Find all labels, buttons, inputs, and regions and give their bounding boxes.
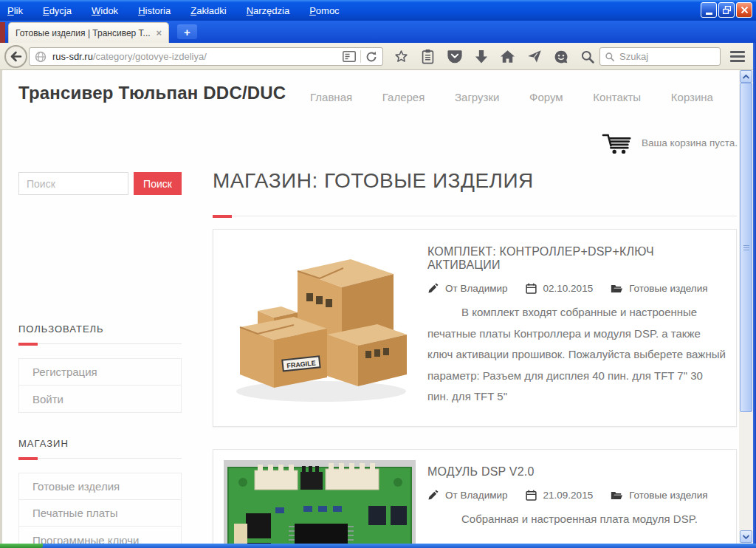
product-card-dsp-module[interactable]: МОДУЛЬ DSP V2.0 От Владимир (213, 449, 737, 544)
close-button[interactable] (736, 2, 752, 18)
new-tab-button[interactable]: + (177, 24, 197, 39)
menu-view[interactable]: Widok (92, 5, 118, 16)
product-title[interactable]: КОМПЛЕКТ: КОНТРОЛЛЕР+DSP+КЛЮЧ АКТИВАЦИИ (427, 245, 726, 272)
nav-gallery[interactable]: Галерея (382, 91, 425, 103)
restore-button[interactable] (718, 2, 735, 18)
hello-chat-button[interactable] (551, 47, 571, 66)
star-icon (394, 49, 409, 64)
active-tab[interactable]: Готовые изделия | Трансивер Т... × (8, 22, 169, 43)
calendar-icon (526, 490, 537, 501)
menu-help[interactable]: Pomoc (309, 5, 339, 16)
start-button-sliver[interactable] (0, 544, 43, 548)
product-image-boxes[interactable]: FRAGILE (224, 240, 416, 416)
browser-search-input[interactable] (619, 51, 701, 62)
menu-edit[interactable]: Edycja (43, 5, 72, 16)
section-title: ПОЛЬЗОВАТЕЛЬ (18, 323, 182, 335)
meta-date: 21.09.2015 (526, 490, 594, 501)
menu-file[interactable]: Plik (7, 5, 23, 16)
download-arrow-icon (475, 49, 488, 64)
back-arrow-icon (10, 51, 22, 62)
window-titlebar: Plik Edycja Widok Historia Zakładki Narz… (0, 0, 756, 21)
downloads-button[interactable] (471, 47, 491, 66)
nav-home[interactable]: Главная (310, 91, 352, 103)
nav-contacts[interactable]: Контакты (593, 91, 641, 103)
window-border-right (753, 43, 756, 544)
shopping-cart-icon (602, 131, 633, 154)
site-title: Трансивер Тюльпан DDC/DUC (18, 83, 286, 103)
meta-date: 02.10.2015 (526, 283, 594, 294)
pocket-icon (447, 49, 462, 64)
home-icon (500, 49, 515, 64)
urlbar-separator (360, 50, 361, 63)
restore-icon (723, 6, 731, 14)
product-description: В комплект входят собранные и настроенны… (427, 302, 726, 408)
scroll-down-button[interactable] (740, 530, 752, 543)
tab-close-icon[interactable]: × (156, 28, 162, 38)
search-icon (605, 52, 615, 62)
pocket-button[interactable] (444, 47, 464, 66)
meta-date-text: 21.09.2015 (543, 490, 594, 501)
minimize-button[interactable] (701, 2, 717, 18)
tab-title: Готовые изделия | Трансивер Т... (16, 28, 151, 38)
meta-category: Готовые изделия (611, 490, 707, 501)
sidebar-search: Поиск (18, 172, 182, 195)
sidebar-item-login[interactable]: Войти (19, 386, 181, 412)
nav-forum[interactable]: Форум (529, 91, 563, 103)
toolbar-icons (391, 47, 604, 66)
search-toolbar-button[interactable] (577, 47, 597, 66)
reload-icon[interactable] (365, 51, 377, 63)
cart-status: Ваша корзина пуста. (602, 131, 738, 154)
browser-window: Plik Edycja Widok Historia Zakładki Narz… (0, 0, 756, 548)
window-border-left (0, 70, 2, 544)
product-body: МОДУЛЬ DSP V2.0 От Владимир (427, 460, 726, 544)
page-title-accent-line (213, 215, 737, 218)
sidebar-list: Готовые изделия Печатные платы Программн… (18, 473, 182, 544)
url-bar[interactable]: rus-sdr.ru/category/gotovye-izdeliya/ (29, 47, 383, 66)
sidebar-search-input[interactable] (18, 172, 128, 195)
section-accent-line (18, 457, 182, 460)
scroll-up-button[interactable] (740, 70, 752, 83)
home-button[interactable] (498, 47, 518, 66)
sidebar-item-software-keys[interactable]: Программные ключи (19, 527, 181, 544)
navigation-toolbar: rus-sdr.ru/category/gotovye-izdeliya/ (0, 43, 756, 70)
product-image-pcb[interactable] (224, 460, 416, 544)
meta-category-text[interactable]: Готовые изделия (629, 490, 707, 501)
tabbar-left-sliver (0, 22, 5, 43)
sidebar-section-user: ПОЛЬЗОВАТЕЛЬ Регистрация Войти (18, 323, 182, 413)
meta-author-text: От Владимир (445, 490, 508, 501)
meta-category-text[interactable]: Готовые изделия (629, 283, 707, 294)
sidebar-item-register[interactable]: Регистрация (19, 359, 181, 386)
browser-search-box[interactable] (599, 47, 721, 66)
product-card-kit[interactable]: FRAGILE КОМПЛЕКТ: КОНТРОЛЛЕР+DSP+КЛЮЧ АК… (213, 229, 737, 427)
menu-tools[interactable]: Narzędzia (247, 5, 290, 16)
nav-downloads[interactable]: Загрузки (455, 91, 499, 103)
sidebar-item-pcbs[interactable]: Печатные платы (19, 500, 181, 527)
vertical-scrollbar[interactable] (739, 70, 753, 544)
bookmarks-menu-button[interactable] (418, 47, 438, 66)
bookmark-star-button[interactable] (391, 47, 411, 66)
sidebar-search-button[interactable]: Поиск (134, 172, 182, 195)
url-path: /category/gotovye-izdeliya/ (93, 51, 207, 62)
nav-cart[interactable]: Корзина (671, 91, 713, 103)
taskbar-sliver (0, 544, 756, 548)
reader-mode-icon[interactable] (343, 51, 356, 62)
site-navigation: Главная Галерея Загрузки Форум Контакты … (310, 91, 713, 103)
page-title: МАГАЗИН: ГОТОВЫЕ ИЗДЕЛИЯ (213, 169, 534, 193)
folder-icon (611, 490, 622, 501)
sidebar-item-finished-products[interactable]: Готовые изделия (19, 473, 181, 500)
menu-history[interactable]: Historia (138, 5, 171, 16)
send-tab-button[interactable] (524, 47, 544, 66)
meta-author: От Владимир (427, 283, 508, 294)
page-viewport: Трансивер Тюльпан DDC/DUC Главная Галере… (2, 70, 739, 544)
scrollbar-thumb[interactable] (740, 83, 752, 412)
meta-date-text: 02.10.2015 (543, 283, 594, 294)
back-button[interactable] (4, 45, 27, 68)
window-controls (701, 2, 752, 18)
menu-hamburger-button[interactable] (730, 49, 748, 64)
menu-bookmarks[interactable]: Zakładki (190, 5, 226, 16)
section-title: МАГАЗИН (18, 438, 182, 449)
meta-author: От Владимир (427, 490, 508, 501)
url-text: rus-sdr.ru/category/gotovye-izdeliya/ (52, 51, 343, 62)
close-icon (740, 6, 749, 14)
product-title[interactable]: МОДУЛЬ DSP V2.0 (427, 465, 726, 479)
